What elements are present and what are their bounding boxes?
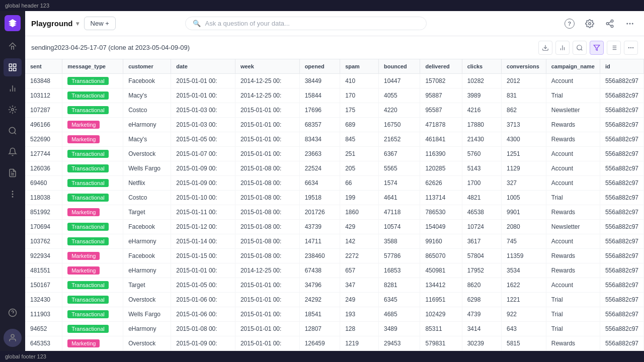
cell-sent: 851992 bbox=[25, 205, 62, 220]
sidebar-item-queries[interactable] bbox=[4, 122, 22, 140]
table-row: 132430 Transactional Overstock 2015-01-0… bbox=[25, 293, 644, 307]
cell-bounced: 4685 bbox=[379, 307, 420, 322]
cell-opened: 15844 bbox=[299, 88, 340, 103]
col-header-date[interactable]: date bbox=[171, 59, 235, 74]
search-bar[interactable]: 🔍 Ask a question of your data... bbox=[185, 17, 427, 30]
sidebar-item-user[interactable] bbox=[4, 329, 22, 347]
cell-clicks: 8620 bbox=[462, 278, 501, 293]
sort-icon[interactable] bbox=[607, 41, 621, 55]
cell-message-type: Transactional bbox=[62, 103, 123, 118]
cell-clicks: 4739 bbox=[462, 307, 501, 322]
cell-id: 556a882c97 bbox=[600, 132, 643, 147]
cell-message-type: Marketing bbox=[62, 205, 123, 220]
cell-campaign-name: Trial bbox=[546, 351, 600, 351]
col-header-id[interactable]: id bbox=[600, 59, 643, 74]
settings-icon[interactable] bbox=[582, 16, 598, 32]
search-table-icon[interactable] bbox=[573, 41, 587, 55]
cell-clicks: 3617 bbox=[462, 234, 501, 249]
svg-point-14 bbox=[12, 197, 13, 198]
cell-message-type: Transactional bbox=[62, 220, 123, 234]
col-header-opened[interactable]: opened bbox=[299, 59, 340, 74]
svg-point-18 bbox=[589, 22, 591, 25]
cell-opened: 17696 bbox=[299, 103, 340, 118]
cell-opened: 18541 bbox=[299, 307, 340, 322]
cell-week: 2015-01-01 00: bbox=[235, 147, 299, 161]
svg-line-22 bbox=[608, 24, 611, 26]
cell-clicks: 4216 bbox=[462, 103, 501, 118]
cell-clicks: 6298 bbox=[462, 293, 501, 307]
cell-week: 2015-01-08 00: bbox=[235, 191, 299, 205]
cell-week: 2015-01-01 00: bbox=[235, 132, 299, 147]
cell-delivered: 85311 bbox=[420, 322, 462, 336]
more-table-options[interactable] bbox=[624, 41, 638, 55]
cell-delivered: 157082 bbox=[420, 74, 462, 88]
cell-id: 556a882c97 bbox=[600, 322, 643, 336]
cell-opened: 14711 bbox=[299, 234, 340, 249]
sidebar-item-alerts[interactable] bbox=[4, 143, 22, 161]
data-table-container: sent message_type customer date week ope… bbox=[25, 59, 644, 351]
cell-id: 556a882c97 bbox=[600, 118, 643, 132]
cell-sent: 140106 bbox=[25, 351, 62, 351]
cell-message-type: Transactional bbox=[62, 74, 123, 88]
help-button[interactable]: ? bbox=[561, 16, 578, 32]
svg-point-24 bbox=[627, 23, 628, 24]
cell-conversions: 1622 bbox=[502, 278, 546, 293]
cell-bounced: 47118 bbox=[379, 205, 420, 220]
cell-customer: eHarmony bbox=[123, 118, 171, 132]
cell-clicks: 30239 bbox=[462, 336, 501, 351]
cell-spam: 170 bbox=[340, 88, 379, 103]
cell-campaign-name: Rewards bbox=[546, 263, 600, 278]
col-header-customer[interactable]: customer bbox=[123, 59, 171, 74]
sidebar-item-chart[interactable] bbox=[4, 79, 22, 98]
cell-campaign-name: Rewards bbox=[546, 249, 600, 263]
global-footer: global footer 123 bbox=[0, 351, 644, 362]
cell-bounced: 16750 bbox=[379, 118, 420, 132]
table-row: 107287 Transactional Costco 2015-01-03 0… bbox=[25, 103, 644, 118]
app-logo[interactable] bbox=[5, 15, 21, 31]
cell-week: 2015-01-01 00: bbox=[235, 118, 299, 132]
navbar-brand[interactable]: Playground ▾ bbox=[31, 19, 79, 28]
cell-id: 556a882c97 bbox=[600, 191, 643, 205]
table-row: 163848 Transactional Facebook 2015-01-01… bbox=[25, 74, 644, 88]
sidebar-item-home[interactable] bbox=[4, 37, 22, 55]
filter-icon[interactable] bbox=[590, 41, 604, 55]
cell-opened: 68357 bbox=[299, 118, 340, 132]
sidebar-item-widgets[interactable] bbox=[4, 101, 22, 119]
cell-id: 556a882c97 bbox=[600, 205, 643, 220]
col-header-spam[interactable]: spam bbox=[340, 59, 379, 74]
cell-message-type: Transactional bbox=[62, 234, 123, 249]
sidebar-item-dashboard[interactable] bbox=[4, 58, 22, 76]
cell-message-type: Transactional bbox=[62, 147, 123, 161]
share-icon[interactable] bbox=[602, 16, 618, 32]
cell-date: 2015-01-01 00: bbox=[171, 263, 235, 278]
col-header-clicks[interactable]: clicks bbox=[462, 59, 501, 74]
cell-bounced: 10447 bbox=[379, 74, 420, 88]
cell-spam: 657 bbox=[340, 263, 379, 278]
chart-view-icon[interactable] bbox=[555, 41, 570, 55]
svg-line-32 bbox=[581, 49, 583, 50]
sidebar-item-more[interactable] bbox=[4, 185, 22, 203]
export-icon[interactable] bbox=[538, 41, 552, 55]
cell-delivered: 95587 bbox=[420, 103, 462, 118]
col-header-week[interactable]: week bbox=[235, 59, 299, 74]
sidebar-item-help[interactable] bbox=[4, 304, 22, 322]
cell-customer: Target bbox=[123, 278, 171, 293]
new-button[interactable]: New + bbox=[84, 17, 116, 30]
navbar-brand-label: Playground bbox=[31, 19, 73, 28]
col-header-bounced[interactable]: bounced bbox=[379, 59, 420, 74]
cell-date: 2015-01-07 00: bbox=[171, 147, 235, 161]
col-header-delivered[interactable]: delivered bbox=[420, 59, 462, 74]
table-row: 103112 Transactional Macy's 2015-01-01 0… bbox=[25, 88, 644, 103]
col-header-sent[interactable]: sent bbox=[25, 59, 62, 74]
col-header-campaign-name[interactable]: campaign_name bbox=[546, 59, 600, 74]
more-options-icon[interactable] bbox=[622, 16, 638, 32]
cell-spam: 175 bbox=[340, 103, 379, 118]
cell-conversions: 745 bbox=[502, 234, 546, 249]
col-header-conversions[interactable]: conversions bbox=[502, 59, 546, 74]
col-header-message-type[interactable]: message_type bbox=[62, 59, 123, 74]
cell-customer: Costco bbox=[123, 191, 171, 205]
sidebar-item-reports[interactable] bbox=[4, 164, 22, 182]
cell-conversions: 4300 bbox=[502, 132, 546, 147]
cell-sent: 127744 bbox=[25, 147, 62, 161]
cell-week: 2015-01-08 00: bbox=[235, 176, 299, 191]
